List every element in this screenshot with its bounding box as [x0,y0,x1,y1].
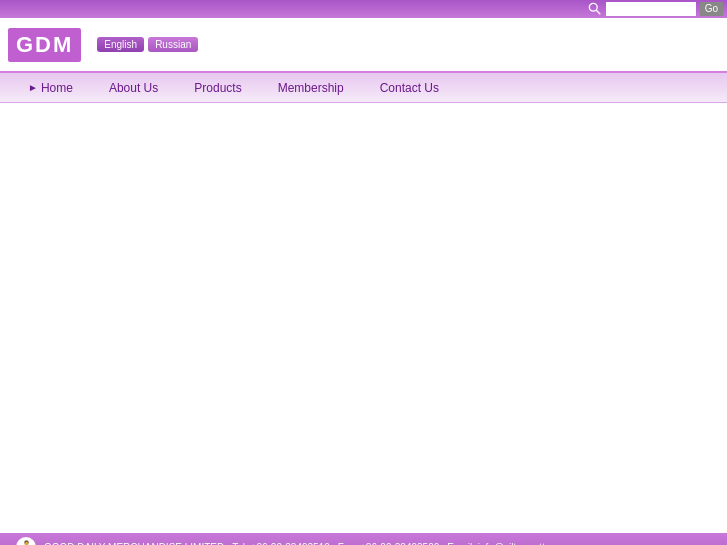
footer-company: GOOD DAILY MERCHANDISE LIMITED [44,542,224,546]
main-content [0,103,727,533]
footer-mascot-icon: 🧍 [16,537,36,545]
top-bar: Go [0,0,727,18]
footer-fax: Fax: +86-20-38493520 [338,542,439,546]
header: GDM English Russian [0,18,727,73]
language-buttons: English Russian [97,37,198,52]
svg-point-0 [589,3,597,11]
footer-tel: Tel: +86-20-38493510 [232,542,330,546]
svg-line-1 [596,10,600,14]
footer: 🧍 GOOD DAILY MERCHANDISE LIMITED Tel: +8… [0,533,727,545]
logo: GDM [8,28,81,62]
nav-item-home[interactable]: ► Home [10,81,91,95]
footer-email: Email: info@siltormattress.com [447,542,585,546]
english-lang-button[interactable]: English [97,37,144,52]
nav-arrow-icon: ► [28,82,38,93]
nav-item-membership[interactable]: Membership [260,81,362,95]
russian-lang-button[interactable]: Russian [148,37,198,52]
go-button[interactable]: Go [700,2,723,16]
nav-item-products[interactable]: Products [176,81,259,95]
navigation: ► Home About Us Products Membership Cont… [0,73,727,103]
nav-item-about[interactable]: About Us [91,81,176,95]
nav-item-contact[interactable]: Contact Us [362,81,457,95]
logo-text: GDM [8,28,81,62]
search-icon [588,2,602,16]
search-input[interactable] [606,2,696,16]
